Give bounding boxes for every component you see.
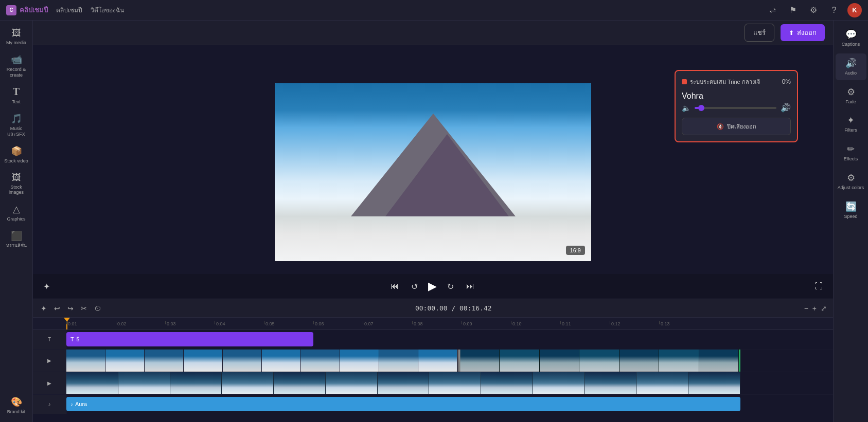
zoom-in-button[interactable]: +: [812, 304, 817, 313]
timeline-ruler: 0:01 0:02 0:03 0:04 0:05 0:06 0:07 0:08 …: [33, 318, 833, 330]
audio-label: Audio: [845, 70, 857, 76]
sidebar-item-brand-kit[interactable]: 🎨 Brand kit: [2, 393, 31, 418]
main-video-clip[interactable]: [66, 350, 457, 372]
magic-select-button[interactable]: ✦: [41, 280, 52, 293]
avatar[interactable]: K: [847, 3, 862, 17]
right-panel-speed[interactable]: 🔄 Speed: [836, 197, 866, 224]
dark-thumb-7: [699, 350, 739, 372]
audio-panel-title: ระบบระดบเสม Trine กลางเจี: [682, 77, 760, 86]
audio-track-icon: ♪: [48, 401, 51, 407]
stock-video-icon: 📦: [11, 145, 22, 157]
thumb-3: [145, 350, 184, 372]
bg-2: [118, 372, 170, 394]
flag-icon[interactable]: ⚑: [786, 3, 800, 17]
timeline-toolbar: ✦ ↩ ↪ ✂ ⏲ 00:00.00 / 00:16.42 − + ⤢: [33, 299, 833, 318]
video-preview: 16:9: [275, 83, 591, 261]
volume-thumb[interactable]: [698, 105, 704, 111]
dark-thumb-6: [659, 350, 699, 372]
sidebar-item-text[interactable]: T Text: [2, 83, 31, 108]
thumb-1: [66, 350, 105, 372]
thumb-2: [105, 350, 145, 372]
dark-thumb-3: [540, 350, 579, 372]
export-button[interactable]: ⬆ ส่งออก: [781, 24, 825, 41]
right-panel-captions[interactable]: 💬 Captions: [836, 25, 866, 51]
dark-thumb-1: [460, 350, 500, 372]
sidebar-item-my-media[interactable]: 🖼 My media: [2, 25, 31, 49]
forward-5s-button[interactable]: ↻: [445, 280, 456, 293]
sidebar-label-my-media: My media: [6, 40, 26, 46]
bg-video-clip[interactable]: [66, 372, 740, 394]
split-button[interactable]: ⏲: [93, 303, 103, 314]
topbar: C คลิปเชมปี คลิปเชมปี วิดีโอของฉัน ⇌ ⚑ ⚙…: [0, 0, 868, 21]
redo-button[interactable]: ↪: [66, 303, 75, 314]
audio-track-row: ♪ ♪ Aura: [33, 395, 833, 414]
undo-button[interactable]: ↩: [52, 303, 62, 314]
main-video-track-row: ▶: [33, 350, 833, 372]
nav-item-clipchampi[interactable]: คลิปเชมปี: [56, 5, 82, 15]
audio-track-content: ♪ Aura: [66, 395, 833, 414]
sidebar-item-record[interactable]: 📹 Record & create: [2, 51, 31, 81]
adjust-colors-label: Adjust colors: [838, 185, 864, 191]
main-area: 🖼 My media 📹 Record & create T Text 🎵 Mu…: [0, 21, 868, 422]
rewind-5s-button[interactable]: ↺: [409, 280, 420, 293]
bg-5: [274, 372, 326, 394]
bg-8: [429, 372, 481, 394]
share-button[interactable]: แชร์: [745, 24, 774, 42]
cut-button[interactable]: ✂: [79, 303, 88, 314]
ctrl-right: ⛶: [812, 280, 825, 293]
sidebar-item-graphics[interactable]: △ Graphics: [2, 200, 31, 225]
thumb-5: [223, 350, 262, 372]
sidebar-item-stock-images[interactable]: 🖼 Stock images: [2, 169, 31, 199]
main-video-track-label: ▶: [33, 350, 66, 372]
graphics-icon: △: [13, 204, 20, 215]
sidebar-item-transitions[interactable]: ⬛ ทรานสิชั่น: [2, 227, 31, 252]
right-panel-filters[interactable]: ✦ Filters: [836, 111, 866, 137]
thumb-10: [418, 350, 457, 372]
audio-panel-title-text: ระบบระดบเสม Trine กลางเจี: [690, 77, 760, 86]
fit-button[interactable]: ⤢: [821, 304, 827, 313]
effects-icon: ✏: [847, 143, 855, 155]
play-pause-button[interactable]: ▶: [428, 280, 437, 293]
bg-7: [378, 372, 430, 394]
sidebar-label-stock-images: Stock images: [4, 185, 29, 196]
right-panel-audio[interactable]: 🔊 Audio: [836, 53, 866, 80]
fade-icon: ⚙: [847, 86, 855, 98]
preview-area: ระบบระดบเสม Trine กลางเจี 0% Vohra 🔈 🔊 🔇…: [33, 45, 833, 299]
fullscreen-button[interactable]: ⛶: [812, 280, 825, 293]
share-icon[interactable]: ⇌: [765, 3, 780, 17]
mute-button[interactable]: 🔇 ปิดเสียงออก: [682, 118, 791, 135]
help-icon[interactable]: ?: [827, 3, 841, 17]
thumb-9: [379, 350, 418, 372]
topbar-nav: คลิปเชมปี วิดีโอของฉัน: [56, 5, 124, 15]
sidebar-item-stock-video[interactable]: 📦 Stock video: [2, 142, 31, 167]
timeline-tracks: T T ธี ▶: [33, 330, 833, 422]
zoom-out-button[interactable]: −: [804, 304, 808, 313]
audio-clip[interactable]: ♪ Aura: [66, 397, 740, 411]
right-panel-adjust-colors[interactable]: ⚙ Adjust colors: [836, 168, 866, 195]
ruler-mark-7: 0:08: [412, 321, 462, 326]
bg-12: [636, 372, 688, 394]
preview-controls: ✦ ⏮ ↺ ▶ ↻ ⏭ ⛶: [33, 274, 833, 299]
thumb-6: [262, 350, 301, 372]
settings-icon[interactable]: ⚙: [806, 3, 821, 17]
sidebar-item-music[interactable]: 🎵 Music และSFX: [2, 110, 31, 140]
text-track-content: T ธี: [66, 330, 833, 349]
volume-slider[interactable]: [695, 107, 776, 109]
skip-forward-button[interactable]: ⏭: [464, 280, 476, 293]
skip-back-button[interactable]: ⏮: [388, 280, 401, 293]
ruler-mark-0: 0:01: [66, 321, 116, 326]
text-track-label: T: [33, 330, 66, 349]
dark-thumb-2: [500, 350, 539, 372]
timeline-area: ✦ ↩ ↪ ✂ ⏲ 00:00.00 / 00:16.42 − + ⤢: [33, 299, 833, 422]
toolbar-row: แชร์ ⬆ ส่งออก: [33, 21, 833, 45]
right-panel-effects[interactable]: ✏ Effects: [836, 139, 866, 166]
split-handle[interactable]: [457, 350, 460, 372]
nav-item-my-videos[interactable]: วิดีโอของฉัน: [91, 5, 124, 15]
right-panel-fade[interactable]: ⚙ Fade: [836, 82, 866, 109]
text-clip[interactable]: T ธี: [66, 332, 313, 346]
secondary-video-clip[interactable]: [458, 350, 740, 372]
audio-note-icon: ♪: [70, 401, 73, 407]
ruler-mark-8: 0:09: [462, 321, 511, 326]
audio-track-label: ♪: [33, 395, 66, 414]
magic-tool-button[interactable]: ✦: [39, 303, 48, 314]
